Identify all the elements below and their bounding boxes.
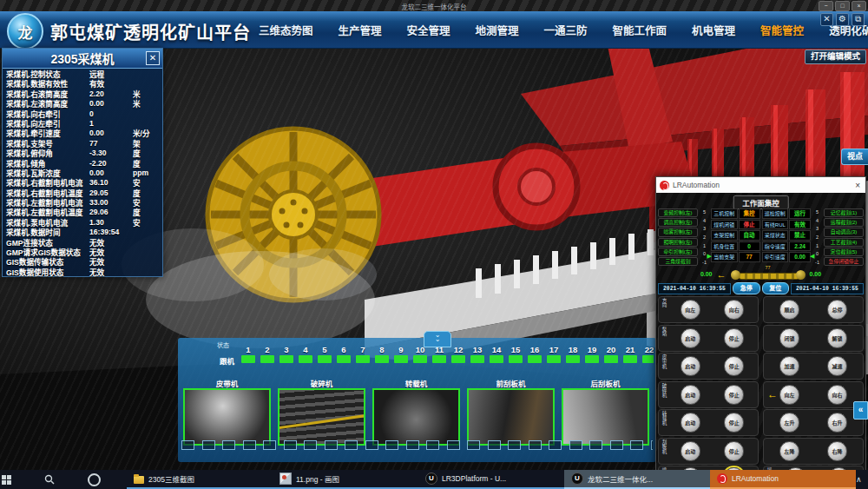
nav-item[interactable]: 智能管控 [760, 22, 804, 38]
pager-square[interactable] [345, 440, 358, 450]
search-button[interactable] [44, 470, 55, 489]
control-button[interactable]: 启动 [681, 385, 700, 405]
pager-square[interactable] [488, 440, 501, 450]
nav-item[interactable]: 一通三防 [544, 22, 588, 38]
data-row: 采煤机.向右牵引0 [3, 109, 162, 118]
pager-square[interactable] [447, 440, 460, 450]
pager-square[interactable] [651, 440, 654, 450]
gear-icon[interactable]: ⚙ [836, 13, 849, 26]
control-button[interactable]: 启动 [681, 413, 700, 433]
control-button[interactable]: 启动 [681, 328, 700, 348]
control-button[interactable]: 启动 [681, 441, 700, 461]
control-button[interactable]: 顺启 [779, 300, 799, 320]
mode-button[interactable]: 记忆截割(1) [824, 208, 864, 217]
estop-button[interactable]: 急停 [733, 282, 760, 294]
taskbar-app[interactable]: 11.png - 画图 [273, 470, 418, 489]
pager-square[interactable] [304, 440, 317, 450]
control-button[interactable]: 向左 [681, 300, 700, 320]
mode-button[interactable]: 工艺截割(4) [824, 238, 864, 247]
nav-item[interactable]: 智能工作面 [613, 22, 667, 38]
camera-feed[interactable] [467, 388, 555, 446]
mode-button[interactable]: 调高控制(左) [658, 218, 698, 227]
hidden-icons-chevron[interactable]: ∧ [856, 475, 862, 484]
pager-square[interactable] [385, 440, 398, 450]
pager-square[interactable] [263, 440, 276, 450]
pager-square[interactable] [406, 440, 419, 450]
nav-item[interactable]: 地测管理 [476, 22, 519, 38]
control-button[interactable]: 停止 [724, 413, 744, 433]
mode-button[interactable]: 照明控制(左) [658, 238, 698, 247]
start-button[interactable] [2, 470, 11, 489]
mode-button[interactable]: 远程截割(2) [824, 218, 864, 227]
camera-feed[interactable] [278, 388, 365, 446]
nav-item[interactable]: 机电管理 [692, 22, 735, 38]
minimize-button[interactable]: − [819, 1, 833, 11]
control-button[interactable]: 加速 [779, 356, 799, 376]
restore-icon[interactable]: ⧉ [852, 13, 865, 26]
pager-square[interactable] [508, 440, 521, 450]
pager-square[interactable] [549, 440, 562, 450]
cortana-button[interactable] [88, 470, 101, 489]
nav-item[interactable]: 安全管理 [407, 22, 450, 38]
control-button[interactable]: 闭锁 [779, 328, 799, 348]
panel-close-icon[interactable]: ✕ [146, 51, 160, 65]
taskbar-app[interactable]: 2305三维截图 [127, 470, 273, 489]
close-button[interactable]: × [852, 1, 866, 11]
pager-square[interactable] [202, 440, 215, 450]
taskbar-app[interactable]: U龙软二三维一体化... [564, 470, 710, 489]
pager-square[interactable] [243, 440, 256, 450]
control-button[interactable]: 停止 [724, 385, 744, 405]
taskbar-app[interactable]: LRAutomation [710, 470, 856, 489]
pager-square[interactable] [569, 440, 582, 450]
button-row: 向左向右 [766, 385, 861, 405]
lrautomation-close-icon[interactable]: × [855, 181, 862, 190]
pager-square[interactable] [365, 440, 378, 450]
mode-button[interactable]: 牵引控制(左) [658, 248, 698, 256]
camera-feed[interactable] [562, 388, 649, 446]
control-button[interactable]: 右升 [827, 413, 847, 433]
pager-square[interactable] [630, 440, 643, 450]
row-value: 0.00 [89, 129, 133, 137]
control-button[interactable]: 向左 [779, 385, 799, 405]
control-button[interactable]: 启动 [681, 356, 700, 376]
viewpoint-tab[interactable]: 视点 [841, 149, 868, 165]
control-button[interactable]: 向右 [724, 300, 744, 320]
control-button[interactable]: 右降 [827, 441, 847, 461]
control-button[interactable]: 停止 [724, 441, 744, 461]
nav-item[interactable]: 生产管理 [339, 22, 382, 38]
control-button[interactable]: 左升 [779, 413, 799, 433]
control-button[interactable]: 解锁 [827, 328, 847, 348]
mode-button[interactable]: 定位截割(5) [824, 248, 864, 256]
camera-feed[interactable] [372, 388, 460, 446]
pager-square[interactable] [529, 440, 542, 450]
control-button[interactable]: 左降 [779, 441, 799, 461]
tools-icon[interactable]: ✕ [820, 13, 833, 26]
pager-square[interactable] [589, 440, 602, 450]
data-row: GIS数据使用状态无效 [3, 267, 162, 276]
expand-left-icon[interactable]: « [853, 401, 868, 420]
pager-square[interactable] [610, 440, 623, 450]
pager-square[interactable] [426, 440, 439, 450]
maximize-button[interactable]: □ [835, 1, 850, 11]
mode-button[interactable]: 喷雾控制(左) [658, 228, 698, 236]
mode-button[interactable]: 自动调高(3) [824, 228, 864, 236]
mode-button[interactable]: 急停闭锁停止 [824, 257, 864, 266]
pager-square[interactable] [467, 440, 480, 450]
control-button[interactable]: 停止 [724, 356, 744, 376]
taskbar-app[interactable]: ULR3DPlatform - U... [418, 470, 564, 489]
pager-square[interactable] [222, 440, 235, 450]
pager-square[interactable] [325, 440, 338, 450]
reset-button[interactable]: 复位 [762, 282, 790, 294]
camera-feed[interactable] [183, 388, 271, 446]
mode-button[interactable]: 三角煤截割 [658, 257, 698, 266]
control-button[interactable]: 减速 [827, 356, 847, 376]
nav-item[interactable]: 三维态势图 [259, 22, 313, 38]
lrautomation-titlebar[interactable]: LRAutomation × [656, 177, 865, 193]
control-button[interactable]: 总停 [827, 300, 847, 320]
control-button[interactable]: 停止 [724, 328, 744, 348]
pager-square[interactable] [181, 440, 194, 450]
pager-square[interactable] [284, 440, 297, 450]
control-button[interactable]: 向右 [827, 385, 847, 405]
mode-button[interactable]: 变频控制(左) [658, 208, 698, 217]
edit-mode-button[interactable]: 打开编辑模式 [805, 50, 866, 64]
